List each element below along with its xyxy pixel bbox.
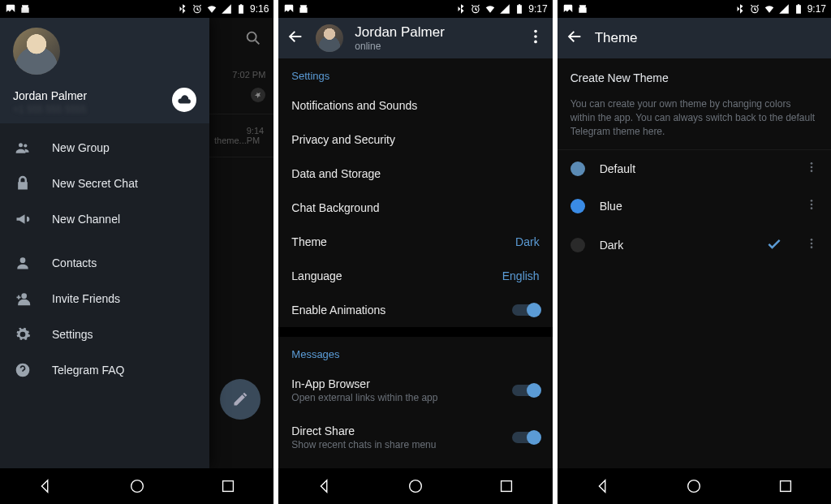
theme-option-dark[interactable]: Dark bbox=[558, 225, 831, 265]
phone-screen-settings: 9:17 Jordan Palmer online Settings Notif… bbox=[278, 0, 552, 504]
theme-body: Create New Theme You can create your own… bbox=[558, 58, 831, 265]
svg-point-3 bbox=[20, 257, 26, 263]
svg-point-13 bbox=[410, 480, 422, 493]
android-nav-bar bbox=[278, 468, 552, 504]
drawer-item-contacts[interactable]: Contacts bbox=[0, 245, 209, 281]
theme-name: Blue bbox=[600, 200, 790, 213]
more-button[interactable] bbox=[527, 28, 545, 49]
row-chat-bg[interactable]: Chat Background bbox=[278, 191, 552, 225]
row-label: Enable Animations bbox=[291, 304, 385, 317]
check-icon bbox=[766, 235, 782, 255]
drawer-item-new-group[interactable]: New Group bbox=[0, 130, 209, 166]
theme-name: Dark bbox=[600, 239, 751, 252]
section-messages: Messages bbox=[278, 337, 552, 367]
gear-icon bbox=[15, 326, 31, 342]
search-button[interactable] bbox=[244, 29, 262, 50]
theme-more-button[interactable] bbox=[805, 198, 818, 214]
pencil-icon bbox=[232, 391, 248, 407]
drawer-list: New Group New Secret Chat New Channel Co… bbox=[0, 123, 209, 468]
battery-icon bbox=[793, 3, 804, 15]
nav-home-icon[interactable] bbox=[128, 477, 146, 495]
row-value: English bbox=[502, 269, 540, 282]
compose-fab[interactable] bbox=[220, 379, 260, 420]
svg-rect-26 bbox=[780, 481, 790, 492]
signal-icon bbox=[221, 3, 232, 15]
row-stickers[interactable]: Stickers 22 bbox=[278, 461, 552, 468]
row-inapp-browser[interactable]: In-App Browser Open external links withi… bbox=[278, 367, 552, 414]
row-direct-share[interactable]: Direct Share Show recent chats in share … bbox=[278, 414, 552, 461]
row-theme[interactable]: Theme Dark bbox=[278, 225, 552, 259]
theme-option-blue[interactable]: Blue bbox=[558, 187, 831, 225]
svg-point-6 bbox=[248, 32, 256, 41]
svg-point-25 bbox=[688, 480, 700, 493]
chat-time: 7:02 PM bbox=[232, 70, 265, 80]
swatch-icon bbox=[571, 199, 585, 213]
page-subtitle: online bbox=[355, 41, 515, 52]
svg-point-21 bbox=[811, 208, 813, 210]
chat-time: 9:14 PM bbox=[247, 126, 266, 145]
svg-rect-8 bbox=[223, 481, 234, 492]
row-label: Language bbox=[291, 269, 342, 282]
row-animations[interactable]: Enable Animations bbox=[278, 293, 552, 327]
nav-back-icon[interactable] bbox=[37, 477, 54, 495]
svg-point-7 bbox=[131, 480, 143, 493]
helper-text: You can create your own theme by changin… bbox=[558, 97, 831, 149]
nav-home-icon[interactable] bbox=[685, 477, 703, 495]
search-icon bbox=[244, 29, 262, 47]
saved-messages-button[interactable] bbox=[172, 88, 196, 112]
nav-recent-icon[interactable] bbox=[777, 477, 794, 495]
drawer-item-invite[interactable]: Invite Friends bbox=[0, 281, 209, 317]
theme-option-default[interactable]: Default bbox=[558, 150, 831, 187]
status-time: 9:17 bbox=[807, 3, 826, 15]
back-button[interactable] bbox=[566, 28, 583, 49]
image-icon bbox=[562, 3, 574, 15]
back-button[interactable] bbox=[286, 28, 304, 49]
drawer-item-settings[interactable]: Settings bbox=[0, 317, 209, 352]
nav-recent-icon[interactable] bbox=[497, 477, 515, 495]
svg-point-20 bbox=[811, 204, 813, 206]
battery-icon bbox=[514, 3, 525, 15]
svg-point-19 bbox=[811, 200, 813, 202]
row-language[interactable]: Language English bbox=[278, 259, 552, 293]
svg-point-4 bbox=[21, 293, 27, 299]
app-bar: Jordan Palmer online bbox=[278, 18, 552, 58]
drawer-item-new-channel[interactable]: New Channel bbox=[0, 201, 209, 237]
avatar[interactable] bbox=[316, 24, 343, 52]
help-icon bbox=[15, 362, 31, 378]
status-bar: 9:17 bbox=[278, 0, 552, 18]
row-notifications[interactable]: Notifications and Sounds bbox=[278, 88, 552, 123]
row-label: Notifications and Sounds bbox=[291, 99, 417, 112]
row-privacy[interactable]: Privacy and Security bbox=[278, 123, 552, 157]
toggle-browser[interactable] bbox=[512, 385, 540, 396]
toggle-share[interactable] bbox=[512, 432, 540, 443]
page-title: Theme bbox=[595, 30, 638, 46]
theme-name: Default bbox=[600, 162, 790, 175]
drawer-item-secret-chat[interactable]: New Secret Chat bbox=[0, 166, 209, 201]
nav-back-icon[interactable] bbox=[594, 477, 612, 495]
drawer-item-faq[interactable]: Telegram FAQ bbox=[0, 352, 209, 388]
phone-screen-drawer: 9:16 Jordan Palmer +1 555 555 5555 New G… bbox=[0, 0, 273, 504]
shop-icon bbox=[19, 3, 31, 15]
nav-home-icon[interactable] bbox=[407, 477, 424, 495]
theme-more-button[interactable] bbox=[805, 161, 818, 177]
cloud-icon bbox=[177, 93, 192, 107]
create-theme-button[interactable]: Create New Theme bbox=[558, 58, 831, 97]
drawer-label: New Group bbox=[52, 141, 110, 154]
avatar[interactable] bbox=[13, 28, 60, 75]
battery-icon bbox=[235, 3, 247, 15]
phone-screen-theme: 9:17 Theme Create New Theme You can crea… bbox=[558, 0, 831, 504]
image-icon bbox=[283, 3, 295, 15]
chat-row[interactable]: 7:02 PM bbox=[209, 58, 273, 114]
arrow-back-icon bbox=[286, 28, 304, 45]
user-name: Jordan Palmer bbox=[13, 89, 196, 102]
group-icon bbox=[15, 140, 31, 156]
chat-row[interactable]: theme... 9:14 PM bbox=[209, 114, 273, 157]
theme-more-button[interactable] bbox=[805, 237, 818, 253]
person-icon bbox=[15, 255, 31, 271]
svg-point-22 bbox=[811, 239, 813, 241]
chat-list-peek: 7:02 PM theme... 9:14 PM bbox=[209, 18, 273, 468]
nav-back-icon[interactable] bbox=[316, 477, 334, 495]
row-data-storage[interactable]: Data and Storage bbox=[278, 157, 552, 191]
nav-recent-icon[interactable] bbox=[219, 477, 237, 495]
toggle-animations[interactable] bbox=[512, 304, 540, 316]
